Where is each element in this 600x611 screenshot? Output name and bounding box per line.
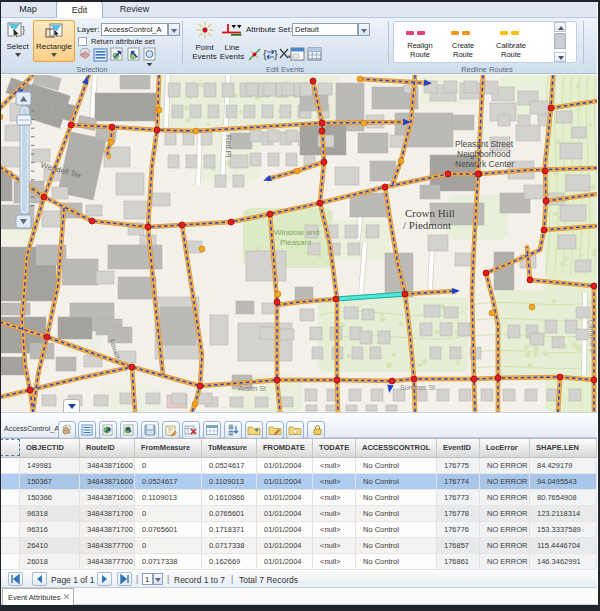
svg-text:/ Piedmont: / Piedmont — [403, 219, 451, 231]
svg-text:Z: Z — [229, 431, 232, 436]
svg-text:Winslow and: Winslow and — [274, 228, 319, 237]
svg-text:Crown Hill: Crown Hill — [405, 207, 455, 219]
svg-text:Pleasant: Pleasant — [280, 238, 312, 247]
svg-text:Pleasant Street: Pleasant Street — [455, 139, 514, 149]
svg-text:Austin St: Austin St — [238, 385, 266, 392]
svg-text:}: } — [22, 25, 25, 35]
svg-text:}: } — [274, 48, 278, 60]
svg-text:A: A — [229, 425, 232, 430]
svg-text:Summer St: Summer St — [400, 384, 435, 391]
svg-text:Red Pl: Red Pl — [224, 135, 233, 158]
svg-text:Neighborhood: Neighborhood — [457, 149, 511, 159]
svg-text:{: { — [263, 48, 267, 60]
svg-text:Network Center: Network Center — [455, 159, 514, 169]
